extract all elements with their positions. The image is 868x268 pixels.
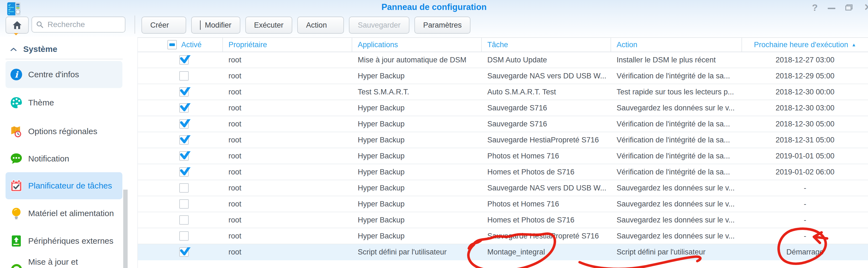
cell-application: Hyper Backup xyxy=(352,168,482,176)
cell-action: Installer le DSM le plus récent xyxy=(611,56,742,64)
create-button-label: Créer xyxy=(150,21,169,30)
sidebar-item-label: Périphériques externes xyxy=(28,236,114,246)
save-button[interactable]: Sauvegarder xyxy=(349,16,409,34)
cell-task: Montage_integral xyxy=(482,248,611,257)
indeterminate-mark xyxy=(169,43,175,46)
select-all-checkbox[interactable] xyxy=(167,40,177,49)
row-checkbox[interactable] xyxy=(179,183,189,193)
table-row[interactable]: root Hyper Backup Sauvegarde NAS vers DD… xyxy=(138,68,868,84)
row-checkbox[interactable] xyxy=(179,167,189,177)
table-row[interactable]: root Mise à jour automatique de DSM DSM … xyxy=(138,52,868,68)
cell-application: Mise à jour automatique de DSM xyxy=(352,56,482,64)
cell-enabled xyxy=(138,71,223,80)
table-row[interactable]: root Hyper Backup Sauvegarde S716 Sauveg… xyxy=(138,100,868,116)
map-clock-icon xyxy=(10,125,23,138)
table-row[interactable]: root Hyper Backup Homes et Photos de S71… xyxy=(138,212,868,228)
cell-task: Photos et Homes 716 xyxy=(482,200,611,208)
column-label: Propriétaire xyxy=(228,41,267,49)
sidebar-item-options-regionales[interactable]: Options régionales xyxy=(5,118,122,145)
toolbar-divider xyxy=(134,15,135,34)
modify-button-label: Modifier xyxy=(205,21,231,30)
minimize-icon[interactable] xyxy=(828,8,835,9)
cell-owner: root xyxy=(223,200,352,208)
cell-application: Hyper Backup xyxy=(352,72,482,80)
row-checkbox[interactable] xyxy=(179,199,189,209)
action-button[interactable]: Action xyxy=(297,16,344,34)
cell-action: Sauvegardez les données sur le v... xyxy=(611,104,742,112)
table-row[interactable]: root Hyper Backup Photos et Homes 716 Vé… xyxy=(138,148,868,164)
settings-button-label: Paramètres xyxy=(423,21,462,30)
row-checkbox[interactable] xyxy=(179,87,189,97)
cell-application: Hyper Backup xyxy=(352,104,482,112)
column-header-applications[interactable]: Applications xyxy=(352,38,482,52)
table-row[interactable]: root Hyper Backup Sauvegarde HestiaPropr… xyxy=(138,228,868,244)
cell-enabled xyxy=(138,151,223,161)
sidebar: Système i Centre d'infos Thème Options r… xyxy=(0,37,132,268)
cell-application: Script défini par l'utilisateur xyxy=(352,248,482,257)
sidebar-item-mise-a-jour[interactable]: Mise à jour et xyxy=(5,250,122,268)
sidebar-item-materiel-alimentation[interactable]: Matériel et alimentation xyxy=(5,200,122,227)
column-label: Applications xyxy=(358,41,398,49)
row-checkbox[interactable] xyxy=(179,247,189,257)
sidebar-divider xyxy=(5,59,123,59)
cell-next-run: - xyxy=(742,216,868,224)
row-checkbox[interactable] xyxy=(179,231,189,241)
save-button-label: Sauvegarder xyxy=(358,21,401,30)
column-header-owner[interactable]: Propriétaire xyxy=(223,38,352,52)
close-icon[interactable]: ✕ xyxy=(864,2,868,13)
table-row[interactable]: root Hyper Backup Sauvegarde S716 Vérifi… xyxy=(138,116,868,132)
cell-action: Script défini par l'utilisateur xyxy=(611,248,742,257)
sidebar-item-notification[interactable]: Notification xyxy=(5,145,122,172)
sidebar-scrollbar[interactable] xyxy=(123,190,128,268)
usb-drive-icon xyxy=(10,235,23,247)
maximize-icon[interactable] xyxy=(845,4,852,10)
cell-task: Sauvegarde S716 xyxy=(482,120,611,128)
table-row[interactable]: root Hyper Backup Sauvegarde NAS vers DD… xyxy=(138,180,868,196)
toolbar: Créer Modifier Exécuter Action Sauvegard… xyxy=(142,16,470,33)
table-row[interactable]: root Test S.M.A.R.T. Auto S.M.A.R.T. Tes… xyxy=(138,84,868,100)
cell-action: Sauvegardez les données sur le v... xyxy=(611,232,742,240)
home-button[interactable] xyxy=(5,16,29,34)
update-icon xyxy=(10,264,23,268)
control-panel-window: { "window": { "title": "Panneau de confi… xyxy=(0,0,868,268)
sidebar-item-centre-infos[interactable]: i Centre d'infos xyxy=(5,61,122,88)
column-header-next-run[interactable]: Prochaine heure d'exécution ▲ xyxy=(742,38,868,52)
row-checkbox[interactable] xyxy=(179,151,189,161)
help-icon[interactable]: ? xyxy=(812,2,818,13)
table-row[interactable]: root Hyper Backup Photos et Homes 716 Sa… xyxy=(138,196,868,212)
row-checkbox[interactable] xyxy=(179,103,189,112)
row-checkbox[interactable] xyxy=(179,135,189,145)
cell-task: Photos et Homes 716 xyxy=(482,152,611,160)
cell-owner: root xyxy=(223,120,352,128)
collapse-caret-icon[interactable] xyxy=(14,33,18,35)
row-checkbox[interactable] xyxy=(179,215,189,225)
table-row[interactable]: root Script défini par l'utilisateur Mon… xyxy=(138,244,868,260)
cell-enabled xyxy=(138,119,223,129)
create-button[interactable]: Créer xyxy=(142,16,186,34)
table-row[interactable]: root Hyper Backup Sauvegarde HestiaPropr… xyxy=(138,132,868,148)
cell-action: Vérification de l'intégrité de la sa... xyxy=(611,120,742,128)
sidebar-item-planificateur-taches[interactable]: Planificateur de tâches xyxy=(5,172,122,199)
modify-button[interactable]: Modifier xyxy=(191,16,240,34)
run-button[interactable]: Exécuter xyxy=(245,16,292,34)
cell-application: Hyper Backup xyxy=(352,136,482,144)
row-checkbox[interactable] xyxy=(179,55,189,65)
cell-next-run: 2018-12-31 05:00 xyxy=(742,136,868,144)
table-row[interactable]: root Hyper Backup Homes et Photos de S71… xyxy=(138,164,868,180)
palette-icon xyxy=(10,96,23,109)
search-box[interactable] xyxy=(31,16,125,33)
row-checkbox[interactable] xyxy=(179,71,189,80)
settings-button[interactable]: Paramètres xyxy=(414,16,471,34)
column-header-task[interactable]: Tâche xyxy=(482,38,611,52)
cell-owner: root xyxy=(223,136,352,144)
row-checkbox[interactable] xyxy=(179,119,189,129)
check-icon xyxy=(179,151,191,160)
cell-enabled xyxy=(138,167,223,177)
sidebar-section-systeme[interactable]: Système xyxy=(0,44,132,57)
column-header-active[interactable]: Activé xyxy=(138,38,223,52)
search-input[interactable] xyxy=(47,20,125,29)
column-header-action[interactable]: Action xyxy=(611,38,742,52)
cell-task: Sauvegarde NAS vers DD USB W... xyxy=(482,72,611,80)
sidebar-item-theme[interactable]: Thème xyxy=(5,89,122,116)
run-button-label: Exécuter xyxy=(254,21,284,30)
